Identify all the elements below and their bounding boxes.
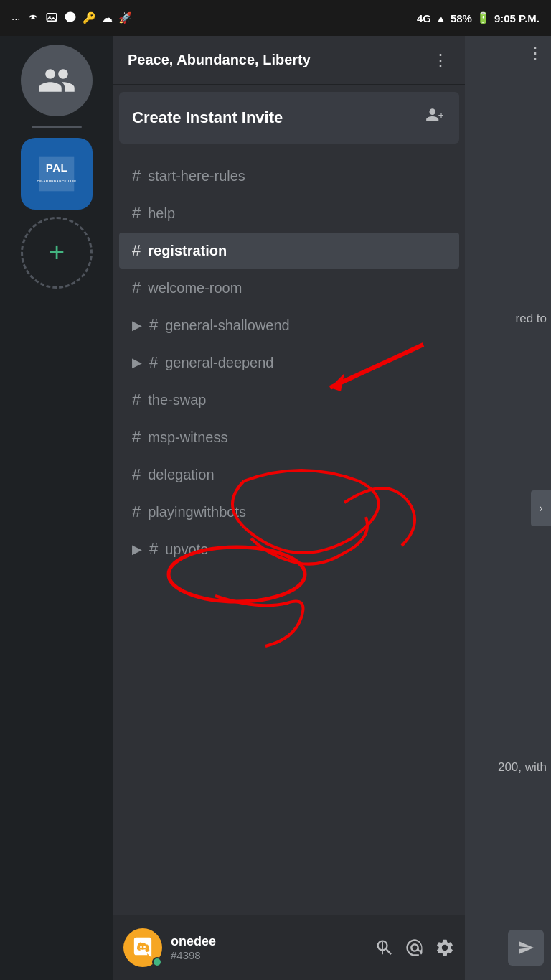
plus-icon: + xyxy=(49,238,65,266)
pal-server-icon[interactable]: PAL PEACE·ABUNDANCE·LIBERTY xyxy=(21,138,93,210)
channel-item[interactable]: # start-here-rules xyxy=(119,158,459,194)
hash-icon: # xyxy=(132,204,141,223)
channel-name: the-swap xyxy=(148,392,206,409)
key-icon: 🔑 xyxy=(83,11,96,24)
hash-icon: # xyxy=(132,503,141,521)
server-menu-button[interactable]: ⋮ xyxy=(432,50,451,70)
right-panel: ⋮ red to › 200, with xyxy=(465,36,551,980)
collapse-arrow-icon: ▶ xyxy=(132,317,142,333)
channel-name: start-here-rules xyxy=(148,168,245,185)
channel-item[interactable]: # help xyxy=(119,195,459,231)
channel-item[interactable]: ▶ # general-deepend xyxy=(119,345,459,381)
network-type: 4G xyxy=(417,12,431,24)
channel-item[interactable]: # welcome-room xyxy=(119,270,459,306)
channel-item[interactable]: ▶ # upvote xyxy=(119,531,459,567)
messenger-icon xyxy=(64,11,77,26)
hash-icon: # xyxy=(149,540,158,559)
server-header: Peace, Abundance, Liberty ⋮ xyxy=(113,36,465,85)
settings-button[interactable] xyxy=(435,938,455,958)
channel-name: welcome-room xyxy=(148,280,242,297)
status-bar: ··· 🔑 ☁ 🚀 4G ▲ 58% 🔋 9:05 P.M. xyxy=(0,0,551,36)
pal-logo: PAL PEACE·ABUNDANCE·LIBERTY xyxy=(21,138,93,210)
pal-svg: PAL PEACE·ABUNDANCE·LIBERTY xyxy=(37,154,76,193)
hash-icon: # xyxy=(132,167,141,185)
users-icon xyxy=(37,61,76,100)
hash-icon: # xyxy=(149,353,158,372)
server-divider xyxy=(32,126,82,128)
online-status-dot xyxy=(152,957,162,967)
chevron-right-icon: › xyxy=(539,502,542,515)
channel-name: general-deepend xyxy=(165,355,273,371)
add-friend-icon xyxy=(425,106,446,130)
hash-icon: # xyxy=(132,465,141,484)
channel-item[interactable]: # playingwithbots xyxy=(119,494,459,530)
svg-text:PAL: PAL xyxy=(46,162,68,174)
discord-logo xyxy=(131,935,155,960)
wifi-icon xyxy=(27,11,39,26)
svg-text:PEACE·ABUNDANCE·LIBERTY: PEACE·ABUNDANCE·LIBERTY xyxy=(37,179,76,183)
username-label: onedee xyxy=(171,934,366,949)
cloud-icon: ☁ xyxy=(102,11,113,24)
send-button[interactable] xyxy=(508,930,544,966)
channel-item[interactable]: ▶ # general-shallowend xyxy=(119,307,459,343)
rocket-icon: 🚀 xyxy=(118,11,132,24)
search-button[interactable] xyxy=(375,938,395,958)
signal-icon: ▲ xyxy=(435,12,446,24)
hash-icon: # xyxy=(132,428,141,447)
channel-name: upvote xyxy=(165,541,208,558)
gear-icon xyxy=(435,938,455,958)
battery-icon: 🔋 xyxy=(476,11,490,24)
group-server-icon[interactable] xyxy=(21,45,93,116)
status-bar-left: ··· 🔑 ☁ 🚀 xyxy=(11,11,132,26)
invite-label: Create Instant Invite xyxy=(132,108,283,127)
channel-item[interactable]: # delegation xyxy=(119,457,459,493)
partial-text-bottom: 200, with xyxy=(494,755,551,780)
server-sidebar: PAL PEACE·ABUNDANCE·LIBERTY + xyxy=(0,36,113,980)
collapse-arrow-icon: ▶ xyxy=(132,355,142,370)
search-icon xyxy=(375,938,395,958)
hash-icon: # xyxy=(149,316,158,335)
channel-name: delegation xyxy=(148,467,214,483)
photo-icon xyxy=(45,11,58,26)
status-bar-right: 4G ▲ 58% 🔋 9:05 P.M. xyxy=(417,11,540,24)
channel-list: # start-here-rules # help # registration… xyxy=(113,151,465,915)
mention-button[interactable] xyxy=(405,938,425,958)
add-server-icon[interactable]: + xyxy=(21,217,93,289)
channel-item[interactable]: # the-swap xyxy=(119,382,459,418)
right-panel-menu[interactable]: ⋮ xyxy=(527,43,544,63)
channel-item-registration[interactable]: # registration xyxy=(119,233,459,269)
invite-bar[interactable]: Create Instant Invite xyxy=(119,92,459,144)
collapse-arrow-icon: ▶ xyxy=(132,541,142,557)
bottom-actions xyxy=(375,938,455,958)
bottom-bar: onedee #4398 xyxy=(113,915,465,980)
channel-name: registration xyxy=(148,243,227,259)
channel-name: playingwithbots xyxy=(148,504,246,521)
at-icon xyxy=(405,938,425,958)
notification-dots: ··· xyxy=(11,12,21,24)
panel-collapse-handle[interactable]: › xyxy=(531,490,551,526)
user-tag-label: #4398 xyxy=(171,949,366,961)
channel-name: general-shallowend xyxy=(165,317,289,334)
avatar-wrap xyxy=(123,928,162,967)
battery-percent: 58% xyxy=(451,12,472,24)
time-display: 9:05 P.M. xyxy=(494,12,540,24)
channel-name: msp-witness xyxy=(148,429,227,446)
hash-icon: # xyxy=(132,391,141,409)
user-info: onedee #4398 xyxy=(171,934,366,961)
main-layout: PAL PEACE·ABUNDANCE·LIBERTY + Peace, Abu… xyxy=(0,36,551,980)
channel-item[interactable]: # msp-witness xyxy=(119,419,459,455)
channel-name: help xyxy=(148,205,175,222)
partial-text-top: red to xyxy=(512,309,551,329)
hash-icon: # xyxy=(132,279,141,297)
server-name: Peace, Abundance, Liberty xyxy=(128,52,311,68)
send-icon xyxy=(517,939,534,956)
hash-icon: # xyxy=(132,241,141,260)
channel-panel: Peace, Abundance, Liberty ⋮ Create Insta… xyxy=(113,36,465,980)
